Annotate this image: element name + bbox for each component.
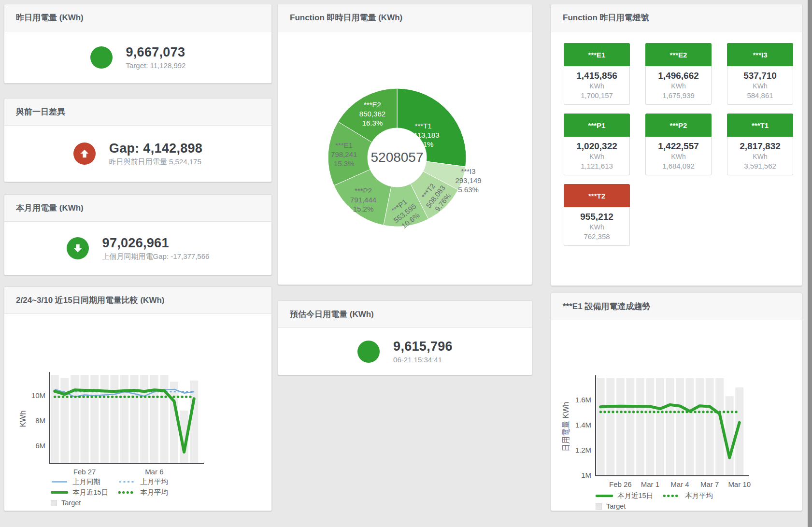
tile-value: 2,817,832 [728,141,792,152]
legend-item[interactable]: 上月平均 [118,477,186,486]
tile-target: 1,121,613 [565,162,628,170]
tile-target: 1,684,092 [647,162,710,170]
panel-title-yesterday[interactable]: 昨日用電量 (KWh) [4,4,271,31]
tile-unit: KWh [647,82,710,90]
panel-title-text: Function 昨日用電燈號 [563,12,649,23]
target-bar [726,396,734,475]
tile-value: 537,710 [728,71,792,81]
tile-target: 584,861 [728,91,792,100]
target-bar [71,375,79,463]
status-tile-T1: ***T12,817,832KWh3,591,562 [727,114,793,175]
panel-title-trend[interactable]: ***E1 設備用電達成趨勢 [551,293,802,320]
target-bar [140,375,148,463]
realtime-donut-chart[interactable]: ***T11,413,18327.1%***I3293,1495.63%***T… [278,31,532,284]
target-bar [100,375,109,463]
status-tiles-grid: ***E11,415,856KWh1,700,157***E21,496,662… [564,43,797,246]
tile-unit: KWh [647,153,710,160]
tile-value: 1,415,856 [565,71,628,81]
status-tile-T2: ***T2955,212KWh762,358 [564,184,630,246]
stat-content: 97,026,961 上個月同期用電Gap: -17,377,566 [4,222,271,275]
x-tick-label: Mar 6 [145,468,163,476]
target-bar [706,378,714,475]
stat-subtitle: 上個月同期用電Gap: -17,377,566 [102,252,210,261]
panel-compare-chart: 2/24~3/10 近15日同期用電量比較 (KWh) 6M8M10MFeb 2… [4,286,272,511]
target-bar [666,378,674,475]
panel-title-realtime[interactable]: Function 即時日用電量 (KWh) [278,4,532,31]
target-bar [110,375,118,463]
legend-label: 本月平均 [685,491,713,500]
tile-target: 762,358 [565,232,628,241]
legend-label: Target [61,499,81,507]
target-bar [150,375,158,463]
panel-estimate: 預估今日用電量 (KWh) 9,615,796 06-21 15:34:41 [278,300,532,375]
x-tick-label: Mar 10 [728,480,751,488]
target-bar [646,378,654,475]
stat-content: 9,615,796 06-21 15:34:41 [278,328,532,375]
target-bar [51,375,59,463]
arrow-up-icon [79,148,90,159]
stat-value: Gap: 4,142,898 [109,141,202,156]
legend-item[interactable]: 本月平均 [118,488,186,497]
legend-item[interactable]: Target [51,499,118,507]
legend-item[interactable]: 上月同期 [51,477,118,486]
tile-body: 955,212KWh762,358 [564,207,630,246]
arrow-down-icon [72,243,83,254]
stat-content: 9,667,073 Target: 11,128,992 [4,31,271,83]
dashboard: 昨日用電量 (KWh) 9,667,073 Target: 11,128,992… [0,0,812,527]
stat-content: Gap: 4,142,898 昨日與前日用電量 5,524,175 [4,126,271,182]
legend-item[interactable]: 本月平均 [663,491,731,500]
y-tick-label: 8M [35,416,45,425]
panel-title-text: 昨日用電量 (KWh) [16,12,84,23]
tile-body: 1,020,322KWh1,121,613 [564,137,630,175]
tile-unit: KWh [728,82,792,90]
panel-title-text: 預估今日用電量 (KWh) [290,309,374,320]
tile-unit: KWh [728,153,792,160]
tile-value: 1,496,662 [647,71,710,81]
panel-title-day-diff[interactable]: 與前一日差異 [4,99,271,126]
panel-title-text: 本月用電量 (KWh) [16,202,84,214]
tile-unit: KWh [565,153,628,160]
x-tick-label: Mar 4 [670,480,689,488]
legend-item[interactable]: 本月近15日 [51,488,118,497]
panel-trend-chart: ***E1 設備用電達成趨勢 1M1.2M1.4M1.6MFeb 26Mar 1… [551,293,802,511]
target-bar [597,378,605,475]
x-tick-label: Mar 1 [641,480,659,488]
panel-realtime-pie: Function 即時日用電量 (KWh) ***T11,413,18327.1… [278,4,532,285]
target-bar [616,378,625,475]
tile-body: 1,496,662KWh1,675,939 [645,66,712,105]
y-axis-label: 日用電量 KWh [562,402,570,452]
trend-chart-legend: 本月近15日本月平均Target [596,490,731,512]
tile-target: 1,700,157 [565,91,628,100]
tile-value: 955,212 [565,212,628,222]
target-bar [656,378,664,475]
trend-line-chart[interactable]: 1M1.2M1.4M1.6MFeb 26Mar 1Mar 4Mar 7Mar 1… [551,320,802,489]
panel-day-diff: 與前一日差異 Gap: 4,142,898 昨日與前日用電量 5,524,175 [4,98,272,182]
target-bar [120,375,128,463]
panel-lights: Function 昨日用電燈號 ***E11,415,856KWh1,700,1… [551,4,802,286]
compare-line-chart[interactable]: 6M8M10MFeb 27Mar 6KWh [4,314,271,483]
target-bar [626,378,634,475]
tile-header: ***T2 [564,184,630,207]
status-tile-P1: ***P11,020,322KWh1,121,613 [564,114,630,175]
legend-target-swatch [51,500,57,506]
scrollbar[interactable] [808,0,812,527]
panel-yesterday-usage: 昨日用電量 (KWh) 9,667,073 Target: 11,128,992 [4,4,272,84]
y-tick-label: 1.2M [575,446,591,454]
y-tick-label: 6M [35,442,45,450]
x-tick-label: Mar 7 [700,480,719,488]
panel-title-month[interactable]: 本月用電量 (KWh) [4,195,271,222]
legend-line-swatch [51,490,68,495]
panel-title-compare[interactable]: 2/24~3/10 近15日同期用電量比較 (KWh) [4,287,271,314]
legend-item[interactable]: Target [596,502,663,510]
status-tile-P2: ***P21,422,557KWh1,684,092 [645,114,712,175]
legend-line-swatch [118,490,136,495]
panel-title-lights[interactable]: Function 昨日用電燈號 [551,4,802,31]
target-bar [686,378,694,475]
legend-item[interactable]: 本月近15日 [596,491,663,500]
legend-line-swatch [596,493,613,499]
panel-title-estimate[interactable]: 預估今日用電量 (KWh) [278,301,532,328]
panel-month-usage: 本月用電量 (KWh) 97,026,961 上個月同期用電Gap: -17,3… [4,194,272,275]
legend-label: Target [606,502,626,510]
legend-line-swatch [663,493,681,499]
target-bar [676,378,684,475]
